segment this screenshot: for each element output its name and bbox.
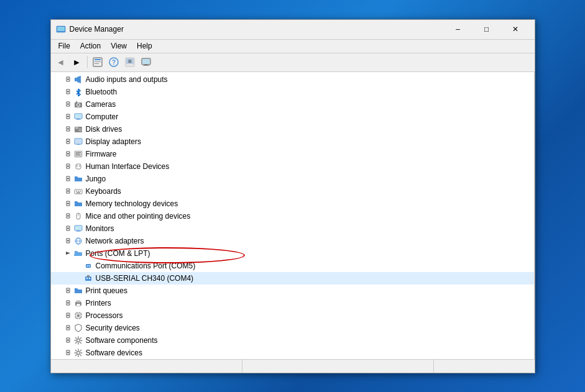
tree-item-printers[interactable]: Printers (51, 297, 534, 309)
forward-button[interactable]: ► (70, 55, 85, 69)
label-printq: Print queues (86, 286, 127, 295)
tree-item-bluetooth[interactable]: Bluetooth (51, 86, 534, 98)
expander-memory[interactable] (63, 199, 73, 209)
show-properties-button[interactable] (90, 55, 105, 69)
label-memory: Memory technology devices (86, 199, 178, 208)
svg-text:⊞: ⊞ (128, 59, 132, 63)
expander-bluetooth[interactable] (63, 87, 73, 97)
svg-marker-30 (75, 101, 77, 103)
icon-software-comp (73, 335, 83, 345)
expander-printers[interactable] (63, 298, 73, 308)
status-segment-2 (242, 360, 434, 373)
label-software-comp: Software components (86, 336, 158, 345)
expander-cameras[interactable] (63, 99, 73, 109)
tree-item-mice[interactable]: Mice and other pointing devices (51, 210, 534, 222)
label-monitors: Monitors (86, 224, 114, 233)
expander-ports[interactable] (63, 248, 73, 258)
expander-keyboards[interactable] (63, 186, 73, 196)
tree-item-memory[interactable]: Memory technology devices (51, 198, 534, 210)
svg-rect-101 (89, 278, 90, 279)
tree-item-audio[interactable]: Audio inputs and outputs (51, 73, 534, 86)
icon-display (73, 137, 83, 147)
monitor-button[interactable] (139, 55, 154, 69)
expander-hid[interactable] (63, 162, 73, 171)
tree-item-hid[interactable]: Human Interface Devices (51, 160, 534, 173)
expander-firmware[interactable] (63, 149, 73, 159)
expander-security[interactable] (63, 323, 73, 333)
tree-item-keyboards[interactable]: Keyboards (51, 185, 534, 198)
toolbar-separator-1 (87, 56, 88, 68)
window-title: Device Manager (70, 25, 444, 34)
tree-item-jungo[interactable]: Jungo (51, 173, 534, 185)
label-comm5: Communications Port (COM5) (96, 262, 196, 270)
menu-help[interactable]: Help (132, 40, 157, 52)
tree-item-software-comp[interactable]: Software components (51, 334, 534, 347)
svg-point-98 (88, 265, 90, 267)
expander-computer[interactable] (63, 112, 73, 122)
tree-item-monitors[interactable]: Monitors (51, 222, 534, 235)
expander-audio[interactable] (63, 75, 73, 84)
tree-item-software-dev[interactable]: Software devices (51, 347, 534, 359)
help-button[interactable]: ? (106, 55, 121, 69)
expander-usbserial[interactable] (73, 273, 83, 283)
status-bar (51, 359, 535, 373)
back-button[interactable]: ◄ (53, 55, 68, 69)
svg-rect-96 (86, 264, 91, 268)
svg-rect-48 (75, 139, 81, 144)
menu-view[interactable]: View (106, 40, 132, 52)
tree-item-display[interactable]: Display adapters (51, 135, 534, 148)
tree-item-usbserial[interactable]: USB-SERIAL CH340 (COM4) (51, 272, 534, 285)
label-processors: Processors (86, 311, 123, 320)
expander-printq[interactable] (63, 286, 73, 296)
svg-point-131 (76, 339, 80, 342)
svg-rect-73 (76, 192, 80, 193)
icon-keyboards (73, 186, 83, 196)
svg-rect-86 (75, 226, 81, 230)
svg-rect-37 (76, 119, 81, 120)
expander-display[interactable] (63, 137, 73, 147)
update-button[interactable]: ⊞ (122, 55, 137, 69)
tree-item-printq[interactable]: Print queues (51, 285, 534, 297)
icon-usbserial (83, 273, 93, 283)
close-button[interactable]: ✕ (501, 19, 530, 39)
expander-jungo[interactable] (63, 174, 73, 184)
svg-marker-95 (66, 252, 70, 255)
svg-rect-6 (94, 62, 101, 62)
label-network: Network adapters (86, 237, 144, 245)
expander-processors[interactable] (63, 311, 73, 321)
tree-item-security[interactable]: Security devices (51, 322, 534, 334)
expander-mice[interactable] (63, 211, 73, 221)
tree-item-ports[interactable]: Ports (COM & LPT) (51, 247, 534, 260)
label-keyboards: Keyboards (86, 187, 121, 196)
tree-item-firmware[interactable]: Firmware (51, 148, 534, 160)
expander-monitors[interactable] (63, 224, 73, 234)
icon-bluetooth (73, 87, 83, 97)
tree-item-processors[interactable]: Processors (51, 309, 534, 322)
tree-item-disk[interactable]: Disk drives (51, 123, 534, 135)
tree-item-comm5[interactable]: Communications Port (COM5) (51, 260, 534, 272)
minimize-button[interactable]: – (444, 19, 472, 39)
icon-firmware (73, 149, 83, 159)
tree-item-network[interactable]: Network adapters (51, 235, 534, 247)
tree-item-computer[interactable]: Computer (51, 111, 534, 123)
label-computer: Computer (86, 112, 119, 121)
label-bluetooth: Bluetooth (86, 88, 117, 96)
expander-disk[interactable] (63, 124, 73, 134)
menu-action[interactable]: Action (75, 40, 106, 52)
svg-rect-36 (77, 119, 80, 119)
device-tree[interactable]: Audio inputs and outputsBluetoothCameras… (51, 72, 535, 359)
menu-file[interactable]: File (53, 40, 75, 52)
maximize-button[interactable]: □ (472, 19, 501, 39)
title-buttons: – □ ✕ (444, 19, 530, 39)
expander-software-dev[interactable] (63, 348, 73, 358)
icon-audio (73, 75, 83, 84)
svg-rect-1 (57, 27, 65, 31)
expander-software-comp[interactable] (63, 335, 73, 345)
title-bar: Device Manager – □ ✕ (51, 20, 535, 40)
label-usbserial: USB-SERIAL CH340 (COM4) (96, 274, 194, 283)
expander-network[interactable] (63, 236, 73, 246)
svg-rect-56 (76, 155, 80, 155)
svg-rect-71 (78, 191, 79, 192)
expander-comm5[interactable] (73, 261, 83, 271)
tree-item-cameras[interactable]: Cameras (51, 98, 534, 111)
